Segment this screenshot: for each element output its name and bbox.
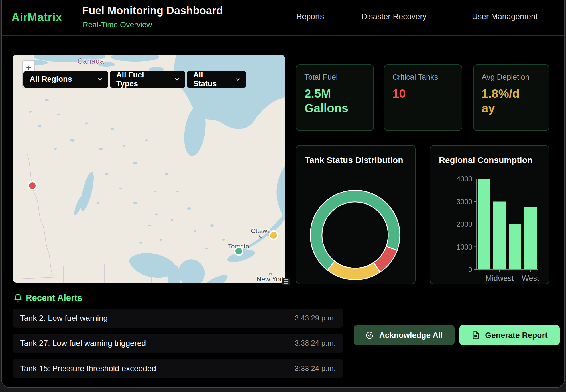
svg-text:0: 0 (468, 266, 472, 273)
regional-consumption-bar-chart: 01000200030004000MidwestWest (430, 146, 549, 284)
acknowledge-all-button[interactable]: Acknowledge All (354, 325, 455, 345)
region-filter-dropdown[interactable]: All Regions (23, 71, 108, 88)
recent-alerts-title: Recent Alerts (26, 293, 82, 303)
alert-time: 3:43:29 p.m. (294, 314, 336, 322)
stat-label: Avg Depletion (482, 73, 541, 82)
map-label-canada: Canada (78, 57, 104, 65)
svg-text:2000: 2000 (456, 220, 472, 228)
alert-message: Tank 15: Pressure threshold exceeded (20, 364, 156, 373)
region-filter-value: All Regions (30, 75, 72, 84)
alert-time: 3:33:24 p.m. (294, 364, 336, 373)
alert-message: Tank 27: Low fuel warning triggered (20, 339, 146, 348)
stat-value: 1.8%/day (482, 86, 522, 115)
critical-tank-marker[interactable] (28, 181, 37, 190)
chevron-down-icon (97, 76, 103, 83)
check-circle-icon (365, 331, 374, 340)
page-title: Fuel Monitoring Dashboard (82, 5, 223, 17)
app-logo: AirMatrix (11, 11, 62, 24)
stat-value: 10 (392, 86, 454, 101)
header: AirMatrix Fuel Monitoring Dashboard Real… (2, 0, 564, 36)
svg-text:4000: 4000 (456, 175, 472, 183)
alert-row[interactable]: Tank 27: Low fuel warning triggered 3:38… (13, 334, 343, 353)
dashboard-root: AirMatrix Fuel Monitoring Dashboard Real… (1, 0, 565, 388)
stat-label: Total Fuel (304, 73, 365, 82)
nav-disaster-recovery[interactable]: Disaster Recovery (361, 12, 427, 21)
stat-value: 2.5M Gallons (304, 86, 365, 115)
tank-status-donut-chart (296, 163, 415, 283)
status-filter-dropdown[interactable]: All Status (187, 71, 246, 88)
nav-reports[interactable]: Reports (296, 12, 324, 21)
alert-time: 3:38:24 p.m. (294, 339, 336, 348)
svg-text:3000: 3000 (456, 198, 472, 206)
map-label-new-york: New York (256, 275, 285, 283)
fuel-type-filter-dropdown[interactable]: All Fuel Types (110, 71, 185, 88)
acknowledge-all-label: Acknowledge All (379, 331, 443, 340)
bar-0 (478, 179, 490, 270)
stat-card-avg-depletion: Avg Depletion 1.8%/day (473, 64, 549, 131)
fuel-type-filter-value: All Fuel Types (116, 71, 166, 88)
stat-card-total-fuel: Total Fuel 2.5M Gallons (296, 64, 374, 131)
nav-user-management[interactable]: User Management (472, 12, 538, 21)
page-subtitle: Real-Time Overview (83, 21, 152, 29)
chevron-down-icon (174, 76, 180, 83)
generate-report-button[interactable]: Generate Report (459, 325, 560, 345)
svg-text:1000: 1000 (456, 243, 472, 251)
tank-status-panel: Tank Status Distribution (296, 145, 416, 284)
fuel-map[interactable]: Canada Ottawa Toronto New York + − All R… (13, 55, 285, 283)
file-text-icon (471, 331, 480, 340)
bell-icon (14, 293, 22, 303)
warning-tank-marker[interactable] (269, 230, 278, 240)
svg-text:Midwest: Midwest (485, 274, 514, 283)
bar-1 (493, 202, 506, 270)
bar-2 (509, 224, 521, 270)
bar-3 (524, 207, 537, 270)
normal-tank-marker[interactable] (234, 246, 243, 256)
map-resize-handle[interactable] (282, 278, 290, 285)
stat-label: Critical Tanks (392, 73, 454, 82)
generate-report-label: Generate Report (485, 331, 547, 340)
alert-row[interactable]: Tank 15: Pressure threshold exceeded 3:3… (13, 359, 343, 378)
regional-consumption-panel: Regional Consumption 01000200030004000Mi… (430, 145, 549, 284)
map-filters: All Regions All Fuel Types All Status (23, 71, 246, 88)
donut-segment-warning (327, 261, 380, 280)
status-filter-value: All Status (193, 71, 227, 88)
alert-row[interactable]: Tank 2: Low fuel warning 3:43:29 p.m. (13, 309, 343, 328)
map-label-ottawa: Ottawa (251, 227, 271, 235)
alert-message: Tank 2: Low fuel warning (20, 314, 108, 323)
svg-text:West: West (522, 274, 539, 283)
stat-card-critical-tanks: Critical Tanks 10 (384, 64, 462, 131)
chevron-down-icon (235, 76, 241, 83)
